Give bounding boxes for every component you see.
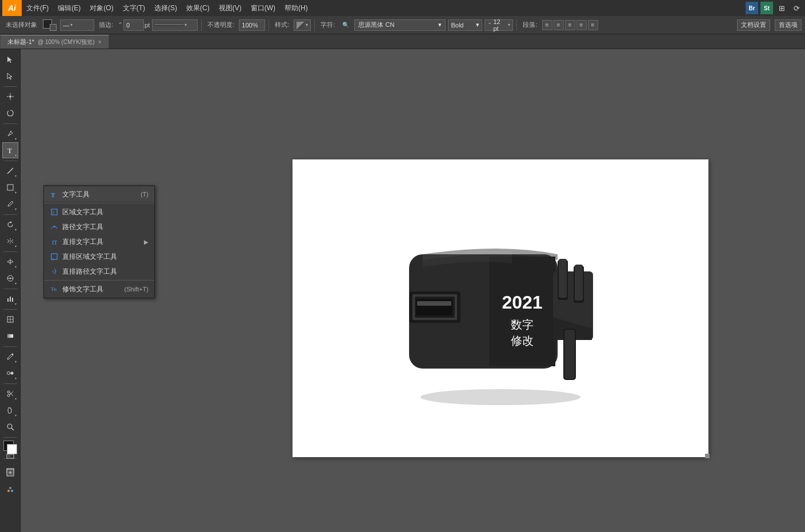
scissors-tool[interactable]: ▾ (2, 386, 18, 402)
canvas-area[interactable]: 2021 数字 修改 T 文字工具 (T) T (21, 49, 805, 532)
tool-sep-4 (3, 214, 17, 215)
opacity-input[interactable]: 100% (239, 19, 265, 31)
svg-rect-19 (10, 297, 11, 302)
column-graph-tool[interactable]: ▾ (2, 291, 18, 307)
svg-rect-10 (7, 185, 13, 190)
menu-view[interactable]: 视图(V) (214, 0, 246, 16)
svg-point-33 (7, 424, 12, 429)
menu-help[interactable]: 帮助(H) (280, 0, 313, 16)
doc-settings-button[interactable]: 文档设置 (737, 19, 770, 31)
ctx-vertical-path-text[interactable]: T 直排路径文字工具 (44, 264, 154, 279)
style-select[interactable]: ▾ (294, 19, 311, 31)
art-tools-icon[interactable] (2, 481, 18, 497)
bottom-tools (2, 448, 18, 498)
svg-marker-11 (10, 221, 12, 223)
pen-tool[interactable]: ▾ (2, 126, 18, 142)
tab-untitled-1[interactable]: 未标题-1* @ 100% (CMYK/预览) × (0, 35, 109, 49)
font-size-value: 12 pt (493, 18, 506, 32)
menu-text[interactable]: 文字(T) (118, 0, 150, 16)
align-right-icon[interactable]: ≡ (565, 20, 575, 30)
width-tool[interactable]: ▾ (2, 254, 18, 270)
svg-rect-24 (7, 334, 13, 338)
align-left-icon[interactable]: ≡ (542, 20, 552, 30)
font-style-select[interactable]: Bold ▾ (448, 19, 482, 31)
menu-right-icons: Br St ⊞ ⟳ (746, 2, 803, 14)
svg-rect-37 (8, 454, 10, 458)
font-size-arrow: ▾ (508, 22, 510, 27)
stroke-select[interactable]: — ▾ (60, 19, 94, 31)
stock-icon[interactable]: St (760, 2, 773, 14)
line-tool[interactable]: ▾ (2, 163, 18, 179)
mesh-tool[interactable] (2, 311, 18, 327)
tool-sep-9 (3, 383, 17, 384)
ctx-area-text[interactable]: T 区域文字工具 (44, 205, 154, 219)
svg-point-30 (7, 394, 10, 397)
font-size-input[interactable]: ⌃ 12 pt ▾ (484, 19, 513, 31)
stroke-width-input[interactable]: 0 (123, 19, 144, 31)
lasso-tool[interactable] (2, 105, 18, 121)
ctx-vertical-text[interactable]: IT 直排文字工具 ▶ (44, 234, 154, 249)
ctx-touch-type-icon: Tn (50, 285, 59, 294)
magic-wand-tool[interactable] (2, 89, 18, 105)
font-size-up-icon[interactable]: ⌃ (487, 22, 492, 28)
eyedropper-tool[interactable]: ▾ (2, 349, 18, 365)
fill-stroke-swatch[interactable] (42, 18, 58, 32)
menu-edit[interactable]: 编辑(E) (53, 0, 85, 16)
ctx-touch-type-label: 修饰文字工具 (62, 285, 103, 294)
grid-icon[interactable]: ⊞ (775, 2, 788, 14)
svg-text:T: T (7, 147, 12, 154)
font-name-select[interactable]: 思源黑体 CN ▾ (354, 19, 446, 31)
menu-effect[interactable]: 效果(C) (182, 0, 214, 16)
eyedropper-sub-arrow: ▾ (15, 359, 17, 363)
bridge-icon[interactable]: Br (746, 2, 758, 14)
ctx-path-text-icon: T (50, 222, 59, 231)
svg-rect-58 (564, 330, 575, 379)
first-settings-button[interactable]: 首选项 (775, 19, 802, 31)
ctx-touch-type-shortcut: (Shift+T) (125, 286, 149, 293)
align-center-icon[interactable]: ≡ (554, 20, 564, 30)
menu-object[interactable]: 对象(O) (85, 0, 118, 16)
ctx-vertical-area-text[interactable]: T 直排区域文字工具 (44, 249, 154, 264)
type-tool-button[interactable]: T ▾ (2, 142, 18, 158)
mirror-tool[interactable]: ▾ (2, 233, 18, 249)
stroke-label: 描边: (97, 21, 115, 29)
ctx-type-label: 文字工具 (62, 190, 90, 199)
svg-point-44 (420, 389, 580, 405)
charger-line3-text: 修改 (511, 334, 534, 347)
gradient-tool[interactable] (2, 328, 18, 344)
stroke-style-select[interactable]: ▾ (152, 19, 198, 31)
svg-point-29 (7, 391, 10, 393)
align-justify-last-icon[interactable]: ≡ (588, 20, 598, 30)
gradient-mesh-icon[interactable] (2, 448, 18, 464)
blend-tool[interactable]: ▾ (2, 365, 18, 381)
ctx-vertical-text-label: 直排文字工具 (62, 237, 103, 247)
menu-window[interactable]: 窗口(W) (246, 0, 280, 16)
rect-sub-arrow: ▾ (15, 190, 17, 194)
symbol-tool[interactable]: ▾ (2, 270, 18, 286)
artboard-corner-handle[interactable] (705, 454, 710, 458)
stroke-swatch[interactable] (50, 24, 57, 31)
zoom-tool[interactable] (2, 419, 18, 435)
menu-file[interactable]: 文件(F) (22, 0, 53, 16)
pencil-tool[interactable]: ▾ (2, 196, 18, 212)
paragraph-label: 段落: (520, 21, 539, 29)
tool-sep-10 (3, 437, 17, 438)
menu-select[interactable]: 选择(S) (150, 0, 182, 16)
ctx-path-text[interactable]: T 路径文字工具 (44, 219, 154, 234)
selection-tool[interactable] (2, 51, 18, 67)
font-search-icon[interactable]: 🔍 (339, 19, 352, 31)
charger-image: 2021 数字 修改 (375, 203, 626, 414)
ctx-type-tool[interactable]: T 文字工具 (T) (44, 187, 154, 202)
app-logo: Ai (2, 0, 22, 16)
sync-icon[interactable]: ⟳ (790, 2, 803, 14)
hand-tool[interactable]: ▾ (2, 402, 18, 418)
align-justify-icon[interactable]: ≡ (576, 20, 587, 30)
ctx-touch-type[interactable]: Tn 修饰文字工具 (Shift+T) (44, 282, 154, 297)
quick-actions-icon[interactable] (2, 465, 18, 481)
direct-selection-tool[interactable] (2, 68, 18, 84)
rotate-tool[interactable]: ▾ (2, 217, 18, 233)
tab-close-button[interactable]: × (98, 39, 102, 45)
rect-tool[interactable]: ▾ (2, 179, 18, 195)
tool-sep-3 (3, 161, 17, 161)
stroke-up-icon[interactable]: ⌃ (118, 21, 123, 29)
